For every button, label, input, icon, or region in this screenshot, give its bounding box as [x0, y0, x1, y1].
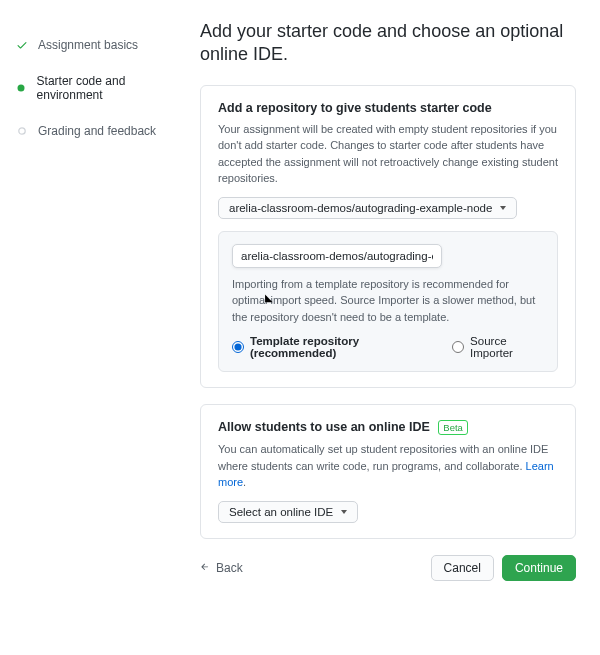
- sidebar-item-grading-feedback[interactable]: Grading and feedback: [16, 118, 176, 144]
- circle-icon: [16, 125, 28, 137]
- svg-point-1: [19, 128, 25, 134]
- import-note: Importing from a template repository is …: [232, 276, 544, 326]
- main-content: Add your starter code and choose an opti…: [200, 20, 576, 581]
- caret-down-icon: [500, 206, 506, 210]
- ide-panel: Allow students to use an online IDE Beta…: [200, 404, 576, 539]
- starter-code-desc: Your assignment will be created with emp…: [218, 121, 558, 187]
- repo-filter-input[interactable]: [232, 244, 442, 268]
- dot-icon: [16, 82, 27, 94]
- starter-code-heading: Add a repository to give students starte…: [218, 101, 558, 115]
- arrow-left-icon: [200, 561, 210, 575]
- ide-select-label: Select an online IDE: [229, 506, 333, 518]
- radio-source-label: Source Importer: [470, 335, 544, 359]
- footer: Back Cancel Continue: [200, 555, 576, 581]
- sidebar: Assignment basics Starter code and envir…: [16, 20, 176, 581]
- import-radio-group: Template repository (recommended) Source…: [232, 335, 544, 359]
- back-label: Back: [216, 561, 243, 575]
- sidebar-item-label: Assignment basics: [38, 38, 138, 52]
- footer-buttons: Cancel Continue: [431, 555, 576, 581]
- radio-template-repository[interactable]: Template repository (recommended): [232, 335, 430, 359]
- ide-desc: You can automatically set up student rep…: [218, 441, 558, 491]
- svg-point-0: [18, 85, 25, 92]
- radio-template-label: Template repository (recommended): [250, 335, 430, 359]
- back-link[interactable]: Back: [200, 561, 243, 575]
- continue-button[interactable]: Continue: [502, 555, 576, 581]
- cancel-button[interactable]: Cancel: [431, 555, 494, 581]
- sidebar-item-label: Starter code and environment: [37, 74, 176, 102]
- starter-code-panel: Add a repository to give students starte…: [200, 85, 576, 389]
- import-options-box: Importing from a template repository is …: [218, 231, 558, 373]
- sidebar-item-label: Grading and feedback: [38, 124, 156, 138]
- radio-source-importer[interactable]: Source Importer: [452, 335, 544, 359]
- radio-source-input[interactable]: [452, 341, 464, 353]
- sidebar-item-assignment-basics[interactable]: Assignment basics: [16, 32, 176, 58]
- beta-badge: Beta: [438, 420, 468, 435]
- page-title: Add your starter code and choose an opti…: [200, 20, 576, 67]
- repo-select-button[interactable]: arelia-classroom-demos/autograding-examp…: [218, 197, 517, 219]
- ide-heading: Allow students to use an online IDE Beta: [218, 420, 558, 435]
- radio-template-input[interactable]: [232, 341, 244, 353]
- caret-down-icon: [341, 510, 347, 514]
- check-icon: [16, 39, 28, 51]
- repo-select-label: arelia-classroom-demos/autograding-examp…: [229, 202, 492, 214]
- sidebar-item-starter-code[interactable]: Starter code and environment: [16, 68, 176, 108]
- ide-select-button[interactable]: Select an online IDE: [218, 501, 358, 523]
